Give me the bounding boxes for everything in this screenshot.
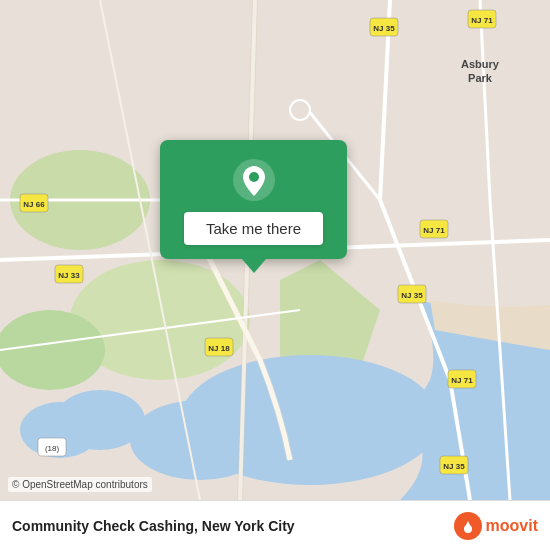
svg-rect-23 <box>370 18 398 36</box>
svg-text:(18): (18) <box>45 444 60 453</box>
svg-line-15 <box>490 200 510 500</box>
svg-rect-35 <box>420 220 448 238</box>
svg-point-8 <box>130 400 270 480</box>
map-popup: Take me there <box>160 140 347 273</box>
svg-rect-37 <box>448 370 476 388</box>
svg-rect-33 <box>398 285 426 303</box>
svg-text:NJ 18: NJ 18 <box>208 344 230 353</box>
svg-point-5 <box>55 390 145 450</box>
svg-text:NJ 66: NJ 66 <box>23 200 45 209</box>
svg-rect-25 <box>468 10 496 28</box>
svg-point-1 <box>10 150 150 250</box>
svg-rect-31 <box>205 338 233 356</box>
popup-box: Take me there <box>160 140 347 259</box>
svg-marker-4 <box>280 260 380 370</box>
svg-line-11 <box>380 0 390 200</box>
popup-triangle <box>242 259 266 273</box>
map-container: NJ 35 NJ 71 NJ 66 NJ 33 NJ 18 NJ 35 NJ 7… <box>0 0 550 500</box>
svg-text:NJ 35: NJ 35 <box>401 291 423 300</box>
svg-point-6 <box>20 402 100 458</box>
svg-rect-27 <box>20 194 48 212</box>
svg-text:Park: Park <box>468 72 493 84</box>
svg-text:NJ 33: NJ 33 <box>58 271 80 280</box>
svg-text:NJ 35: NJ 35 <box>443 462 465 471</box>
moovit-text: moovit <box>486 517 538 535</box>
bottom-bar-info: Community Check Cashing, New York City <box>12 518 295 534</box>
svg-marker-48 <box>464 521 472 529</box>
moovit-logo[interactable]: moovit <box>454 512 538 540</box>
location-pin-icon <box>232 158 276 202</box>
svg-line-13 <box>450 380 470 500</box>
moovit-icon <box>454 512 482 540</box>
svg-point-2 <box>70 260 250 380</box>
svg-rect-29 <box>55 265 83 283</box>
svg-point-46 <box>249 172 259 182</box>
svg-text:NJ 71: NJ 71 <box>423 226 445 235</box>
svg-point-3 <box>0 310 105 390</box>
svg-text:Asbury: Asbury <box>461 58 500 70</box>
svg-point-22 <box>290 100 310 120</box>
place-name: Community Check Cashing, New York City <box>12 518 295 534</box>
svg-text:NJ 35: NJ 35 <box>373 24 395 33</box>
svg-line-18 <box>0 310 300 350</box>
map-attribution: © OpenStreetMap contributors <box>8 477 152 492</box>
svg-rect-41 <box>38 438 66 456</box>
bottom-bar: Community Check Cashing, New York City m… <box>0 500 550 550</box>
svg-text:NJ 71: NJ 71 <box>471 16 493 25</box>
svg-text:NJ 71: NJ 71 <box>451 376 473 385</box>
svg-point-7 <box>180 355 440 485</box>
take-me-there-button[interactable]: Take me there <box>184 212 323 245</box>
svg-line-14 <box>480 0 490 200</box>
svg-rect-39 <box>440 456 468 474</box>
svg-line-12 <box>380 200 450 380</box>
